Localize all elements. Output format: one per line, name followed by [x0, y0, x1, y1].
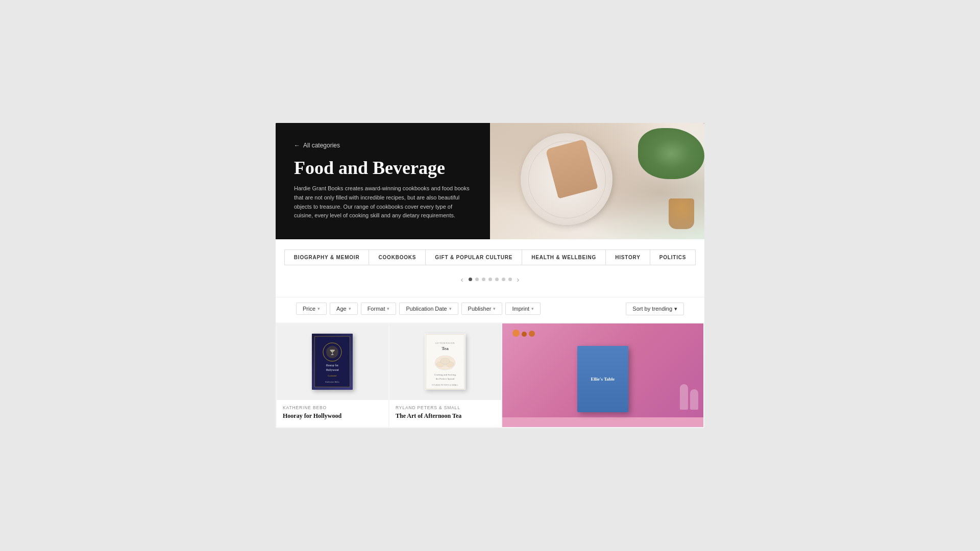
- tab-health-wellbeing[interactable]: HEALTH & WELLBEING: [522, 249, 605, 265]
- tab-gift-popular-culture[interactable]: GIFT & POPULAR CULTURE: [425, 249, 522, 265]
- format-chevron-icon: ▾: [387, 306, 389, 311]
- svg-text:Katherine Bebo: Katherine Bebo: [326, 381, 340, 383]
- book-cover-afternoon-tea: AFTERNOON Tea Crafting and Serving the P…: [425, 334, 465, 390]
- imprint-chevron-icon: ▾: [531, 306, 534, 311]
- orange-balls-decoration: [512, 330, 535, 337]
- svg-text:Cocktails!: Cocktails!: [328, 374, 337, 377]
- svg-rect-0: [315, 337, 350, 387]
- book-card-hooray-hollywood[interactable]: 🍸 Hooray for Hollywood Cocktails! Kather…: [277, 323, 388, 428]
- back-link-label: All categories: [303, 142, 340, 149]
- svg-point-14: [440, 358, 450, 364]
- svg-text:Hollywood: Hollywood: [326, 368, 339, 371]
- publisher-filter-label: Publisher: [468, 306, 492, 312]
- publisher-chevron-icon: ▾: [493, 306, 496, 311]
- sort-label: Sort by trending: [632, 306, 672, 312]
- orange-ball-1: [512, 330, 520, 337]
- svg-text:the Perfect Spread: the Perfect Spread: [436, 378, 455, 380]
- imprint-filter-button[interactable]: Imprint ▾: [505, 303, 541, 315]
- orange-ball-3: [529, 331, 535, 337]
- book-image-afternoon-tea: AFTERNOON Tea Crafting and Serving the P…: [389, 323, 501, 400]
- tab-cookbooks[interactable]: COOKBOOKS: [369, 249, 425, 265]
- pagination-dot-7[interactable]: [508, 278, 512, 281]
- hero-section: ← All categories Food and Beverage Hardi…: [276, 123, 704, 239]
- back-link[interactable]: ← All categories: [294, 142, 472, 149]
- afternoon-tea-cover-inner: AFTERNOON Tea Crafting and Serving the P…: [426, 334, 464, 389]
- ellies-table-background: Ellie's Table: [502, 323, 703, 417]
- svg-text:Hooray for: Hooray for: [326, 364, 338, 367]
- ellies-table-book-title: Ellie's Table: [588, 373, 618, 385]
- format-filter-label: Format: [368, 306, 385, 312]
- price-filter-label: Price: [303, 306, 315, 312]
- price-filter-button[interactable]: Price ▾: [296, 303, 327, 315]
- ellies-table-book-cover: Ellie's Table: [577, 346, 628, 412]
- hero-image: [490, 123, 704, 239]
- age-filter-label: Age: [336, 306, 347, 312]
- book-info-hooray-hollywood: Katherine Bebo Hooray for Hollywood: [277, 400, 388, 428]
- book-cover-inner: 🍸 Hooray for Hollywood Cocktails! Kather…: [314, 336, 350, 387]
- sort-chevron-icon: ▾: [674, 306, 677, 312]
- book-cover-hooray-hollywood: 🍸 Hooray for Hollywood Cocktails! Kather…: [312, 334, 353, 390]
- svg-text:RYLAND PETERS & SMALL: RYLAND PETERS & SMALL: [432, 384, 459, 386]
- age-chevron-icon: ▾: [349, 306, 351, 311]
- book-publisher-afternoon-tea: Ryland Peters & Small: [396, 405, 495, 410]
- pagination-dot-1[interactable]: [469, 278, 472, 281]
- tab-history[interactable]: HISTORY: [605, 249, 650, 265]
- age-filter-button[interactable]: Age ▾: [330, 303, 358, 315]
- pagination-dots: ‹ ›: [296, 272, 684, 287]
- book-publisher-hooray-hollywood: Katherine Bebo: [283, 405, 382, 410]
- publication-date-filter-label: Publication Date: [406, 306, 447, 312]
- svg-text:Crafting and Serving: Crafting and Serving: [434, 373, 456, 376]
- filters-left: Price ▾ Age ▾ Format ▾ Publication Date …: [296, 303, 541, 315]
- pagination-dot-4[interactable]: [488, 278, 492, 281]
- svg-text:Tea: Tea: [442, 346, 449, 351]
- publisher-filter-button[interactable]: Publisher ▾: [461, 303, 503, 315]
- orange-ball-2: [522, 332, 527, 337]
- glass-1: [680, 384, 688, 410]
- pagination-dot-5[interactable]: [495, 278, 499, 281]
- book-title-afternoon-tea: The Art of Afternoon Tea: [396, 412, 495, 420]
- page-container: ← All categories Food and Beverage Hardi…: [276, 123, 704, 429]
- hero-left-panel: ← All categories Food and Beverage Hardi…: [276, 123, 490, 239]
- glasses-decoration: [680, 384, 698, 410]
- svg-text:AFTERNOON: AFTERNOON: [435, 342, 455, 344]
- sort-controls: Sort by trending ▾: [626, 303, 684, 315]
- price-chevron-icon: ▾: [317, 306, 320, 311]
- pagination-dot-3[interactable]: [482, 278, 485, 281]
- hero-title: Food and Beverage: [294, 158, 472, 179]
- filters-section: Price ▾ Age ▾ Format ▾ Publication Date …: [276, 297, 704, 322]
- publication-date-filter-button[interactable]: Publication Date ▾: [399, 303, 458, 315]
- pagination-prev-arrow[interactable]: ‹: [459, 276, 465, 284]
- drink-glass-decoration: [669, 198, 694, 229]
- book-info-afternoon-tea: Ryland Peters & Small The Art of Afterno…: [389, 400, 501, 428]
- hero-description: Hardie Grant Books creates award-winning…: [294, 184, 472, 220]
- book-cover-svg: 🍸 Hooray for Hollywood Cocktails! Kather…: [315, 337, 350, 387]
- books-grid: 🍸 Hooray for Hollywood Cocktails! Kather…: [276, 322, 704, 429]
- pagination-dot-6[interactable]: [502, 278, 505, 281]
- category-tabs: BIOGRAPHY & MEMOIR COOKBOOKS GIFT & POPU…: [296, 249, 684, 265]
- glass-2: [690, 389, 698, 410]
- imprint-filter-label: Imprint: [512, 306, 529, 312]
- back-arrow-icon: ←: [294, 142, 300, 149]
- book-card-ellies-table[interactable]: Ellie's Table: [502, 323, 703, 428]
- book-card-afternoon-tea[interactable]: AFTERNOON Tea Crafting and Serving the P…: [389, 323, 501, 428]
- pagination-next-arrow[interactable]: ›: [515, 276, 522, 284]
- tab-biography-memoir[interactable]: BIOGRAPHY & MEMOIR: [284, 249, 369, 265]
- category-section: BIOGRAPHY & MEMOIR COOKBOOKS GIFT & POPU…: [276, 239, 704, 297]
- book-title-hooray-hollywood: Hooray for Hollywood: [283, 412, 382, 420]
- format-filter-button[interactable]: Format ▾: [361, 303, 397, 315]
- book-image-hooray-hollywood: 🍸 Hooray for Hollywood Cocktails! Kather…: [277, 323, 388, 400]
- pagination-dot-2[interactable]: [475, 278, 479, 281]
- tab-politics[interactable]: POLITICS: [650, 249, 696, 265]
- svg-text:🍸: 🍸: [329, 349, 336, 356]
- afternoon-tea-svg: AFTERNOON Tea Crafting and Serving the P…: [426, 335, 464, 389]
- sort-button[interactable]: Sort by trending ▾: [626, 303, 684, 315]
- publication-date-chevron-icon: ▾: [449, 306, 452, 311]
